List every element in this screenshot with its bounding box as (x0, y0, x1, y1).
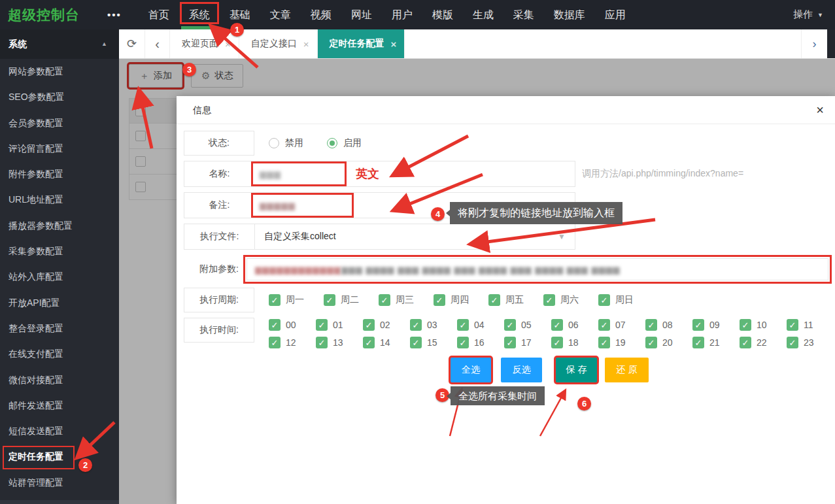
weekday-checkbox[interactable]: ✓ 周二 (324, 294, 379, 306)
sidebar-item[interactable]: 播放器参数配置 (0, 213, 119, 239)
action-dropdown[interactable]: 操作 ▼ (793, 8, 823, 21)
scroll-right-icon[interactable]: › (801, 29, 827, 58)
step-badge-6: 6 (577, 397, 591, 411)
nav-item[interactable]: 视频 (301, 0, 341, 29)
weekday-checkbox[interactable]: ✓ 周五 (488, 294, 543, 306)
weekday-checkbox[interactable]: ✓ 周日 (598, 294, 653, 306)
tab[interactable]: 自定义接口 × (239, 29, 318, 58)
sidebar-item[interactable]: 会员参数配置 (0, 110, 119, 136)
sidebar-item[interactable]: 开放API配置 (0, 290, 119, 316)
sidebar-item[interactable]: 采集参数配置 (0, 239, 119, 264)
hour-checkbox[interactable]: ✓ 15 (410, 337, 457, 348)
caret-down-icon: ▼ (817, 12, 823, 18)
sidebar-item[interactable]: 邮件发送配置 (0, 393, 119, 418)
hour-checkbox[interactable]: ✓ 23 (787, 337, 834, 348)
params-input[interactable]: ▆▆▆▆▆▆▆▆▆▆▆▆ ▆▆▆ ▆▆▆▆ ▆▆▆ ▆▆▆▆ ▆▆▆ ▆▆▆▆ … (247, 258, 828, 280)
hour-checkbox[interactable]: ✓ 01 (316, 319, 363, 331)
sidebar-item[interactable]: 评论留言配置 (0, 136, 119, 161)
nav-item[interactable]: 首页 (139, 0, 179, 29)
hours-row-1: ✓ 00 ✓ 01 ✓ 02 (269, 319, 834, 331)
file-select-value: 自定义采集collect (264, 231, 336, 243)
tab-close-icon[interactable]: × (303, 39, 309, 50)
tab[interactable]: 定时任务配置 × (318, 29, 405, 58)
sidebar-item[interactable]: 在线支付配置 (0, 341, 119, 367)
status-label: 状态: (184, 131, 254, 156)
checkbox-checked-icon: ✓ (692, 319, 704, 331)
close-icon[interactable]: × (816, 96, 824, 124)
checkbox-checked-icon: ✓ (551, 319, 563, 331)
params-input-frame: ▆▆▆▆▆▆▆▆▆▆▆▆ ▆▆▆ ▆▆▆▆ ▆▆▆ ▆▆▆▆ ▆▆▆ ▆▆▆▆ … (243, 255, 832, 284)
sidebar-item[interactable]: URL地址配置 (0, 187, 119, 212)
hour-checkbox[interactable]: ✓ 09 (692, 319, 740, 331)
sidebar-item[interactable]: 网站参数配置 (0, 59, 119, 84)
scroll-left-icon[interactable]: ‹ (145, 29, 170, 58)
weekday-checkbox[interactable]: ✓ 周四 (434, 294, 488, 306)
radio-enabled[interactable]: 启用 (327, 137, 362, 149)
hour-checkbox[interactable]: ✓ 00 (269, 319, 316, 331)
tab[interactable]: 欢迎页面 × (170, 29, 239, 58)
hour-checkbox[interactable]: ✓ 07 (598, 319, 645, 331)
sidebar-item[interactable]: 站群管理配置 (0, 470, 119, 496)
hour-checkbox[interactable]: ✓ 14 (363, 337, 410, 348)
hour-checkbox[interactable]: ✓ 18 (551, 337, 598, 348)
params-row: 附加参数: ▆▆▆▆▆▆▆▆▆▆▆▆ ▆▆▆ ▆▆▆▆ ▆▆▆ ▆▆▆▆ ▆▆▆… (184, 255, 835, 284)
checkbox-checked-icon: ✓ (363, 337, 375, 348)
sidebar-item[interactable]: SEO参数配置 (0, 84, 119, 110)
more-menu-icon[interactable]: ••• (107, 9, 122, 20)
weekday-checkbox[interactable]: ✓ 周三 (379, 294, 434, 306)
tab-close-icon[interactable]: × (225, 39, 231, 50)
hour-checkbox[interactable]: ✓ 22 (740, 337, 787, 348)
nav-item[interactable]: 采集 (503, 0, 544, 29)
hour-checkbox[interactable]: ✓ 04 (457, 319, 504, 331)
nav-item[interactable]: 系统 (179, 0, 220, 29)
hour-checkbox[interactable]: ✓ 21 (692, 337, 740, 348)
hour-checkbox[interactable]: ✓ 11 (787, 319, 834, 331)
file-select[interactable]: 执行文件: 自定义采集collect ▼ (184, 224, 575, 250)
sidebar-item[interactable]: 站外入库配置 (0, 264, 119, 290)
annotation-text-english: 英文 (356, 166, 379, 182)
sidebar-item[interactable]: 短信发送配置 (0, 418, 119, 444)
weekday-checkbox[interactable]: ✓ 周一 (269, 294, 324, 306)
hour-checkbox[interactable]: ✓ 17 (504, 337, 551, 348)
nav-item[interactable]: 用户 (382, 0, 422, 29)
tab-close-icon[interactable]: × (391, 39, 397, 50)
radio-selected-icon (327, 138, 337, 148)
hour-checkbox[interactable]: ✓ 05 (504, 319, 551, 331)
hour-checkbox[interactable]: ✓ 03 (410, 319, 457, 331)
step-badge-1: 1 (230, 23, 244, 37)
hour-checkbox[interactable]: ✓ 19 (598, 337, 645, 348)
nav-item[interactable]: 数据库 (544, 0, 595, 29)
censored-value: ▆▆▆▆▆▆▆▆▆▆▆▆ (255, 265, 341, 275)
nav-item[interactable]: 模版 (422, 0, 463, 29)
sidebar-item[interactable]: 定时任务配置 (0, 444, 119, 469)
invert-selection-button[interactable]: 反选 (501, 358, 542, 382)
radio-disabled[interactable]: 禁用 (269, 137, 303, 149)
refresh-icon[interactable]: ⟳ (119, 29, 145, 58)
hour-checkbox[interactable]: ✓ 13 (316, 337, 363, 348)
weekday-checkbox[interactable]: ✓ 周六 (543, 294, 598, 306)
hour-checkbox[interactable]: ✓ 06 (551, 319, 598, 331)
sidebar-header[interactable]: 系统 ▲ (0, 29, 119, 59)
remark-input[interactable]: ▆▆▆▆▆ (251, 193, 354, 218)
nav-item[interactable]: 网址 (341, 0, 382, 29)
sidebar-item[interactable]: 附件参数配置 (0, 161, 119, 187)
hour-checkbox[interactable]: ✓ 12 (269, 337, 316, 348)
sidebar-item[interactable]: 微信对接配置 (0, 367, 119, 393)
sidebar-item[interactable]: 整合登录配置 (0, 316, 119, 341)
nav-item[interactable]: 文章 (260, 0, 301, 29)
name-input[interactable]: ▆▆▆ (251, 161, 347, 186)
api-hint: 调用方法/api.php/timming/index?name= (582, 168, 743, 180)
save-button[interactable]: 保 存 (556, 358, 597, 382)
hour-checkbox[interactable]: ✓ 10 (740, 319, 787, 331)
hour-checkbox[interactable]: ✓ 20 (645, 337, 692, 348)
hour-checkbox[interactable]: ✓ 16 (457, 337, 504, 348)
checkbox-checked-icon: ✓ (316, 337, 328, 348)
censored-value: ▆▆▆ (260, 169, 281, 179)
restore-button[interactable]: 还 原 (605, 358, 649, 382)
nav-item[interactable]: 应用 (595, 0, 636, 29)
nav-item[interactable]: 生成 (463, 0, 503, 29)
hour-checkbox[interactable]: ✓ 08 (645, 319, 692, 331)
tabbar-corner (827, 29, 835, 58)
select-all-button[interactable]: 全选 (451, 358, 491, 382)
hour-checkbox[interactable]: ✓ 02 (363, 319, 410, 331)
